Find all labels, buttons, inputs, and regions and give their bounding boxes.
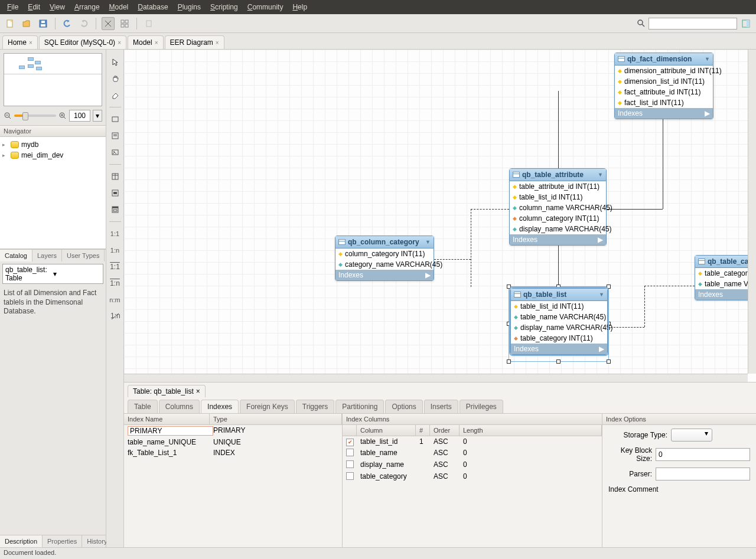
checkbox-icon[interactable] <box>346 449 354 456</box>
tab-layers[interactable]: Layers <box>32 250 62 261</box>
entity-qb-table-list[interactable]: qb_table_list▼ ◆table_list_id INT(11) ◆t… <box>510 288 608 355</box>
entity-qb-fact-dimension[interactable]: qb_fact_dimension▼ ◆dimension_attribute_… <box>614 53 713 119</box>
menu-arrange[interactable]: Arrange <box>70 3 105 11</box>
subtab-privileges[interactable]: Privileges <box>460 400 503 413</box>
tab-model[interactable]: Model× <box>128 35 164 49</box>
grid-icon[interactable] <box>118 17 131 30</box>
subtab-inserts[interactable]: Inserts <box>424 400 458 413</box>
zoom-dropdown-icon[interactable]: ▾ <box>93 110 102 122</box>
navigator-preview[interactable] <box>4 53 102 106</box>
note-tool-icon[interactable] <box>109 129 122 142</box>
index-column-row[interactable]: table_categoryASC0 <box>343 471 602 483</box>
hand-tool-icon[interactable] <box>109 72 122 85</box>
checkbox-icon[interactable] <box>346 472 354 480</box>
table-icon <box>338 239 346 245</box>
subtab-indexes[interactable]: Indexes <box>201 400 239 413</box>
entity-qb-column-category[interactable]: qb_column_category▼ ◆column_category INT… <box>335 236 434 281</box>
entity-qb-table-category[interactable]: qb_table_category▼ ◆table_category INT(1… <box>695 255 756 300</box>
rel-1-1-icon[interactable]: 1:1 <box>109 227 122 240</box>
index-column-row[interactable]: table_nameASC0 <box>343 447 602 459</box>
zoom-input[interactable] <box>69 110 90 122</box>
subtab-partitioning[interactable]: Partitioning <box>335 400 384 413</box>
menu-view[interactable]: View <box>45 3 70 11</box>
rel-1-n-id-icon[interactable]: 1:n <box>109 277 122 290</box>
save-icon[interactable] <box>37 17 50 30</box>
index-row[interactable]: fk_Table_List_1INDEX <box>124 447 342 458</box>
close-icon[interactable]: × <box>196 387 200 395</box>
menu-file[interactable]: File <box>2 3 23 11</box>
page-icon[interactable] <box>142 17 155 30</box>
subtab-table[interactable]: Table <box>128 400 158 413</box>
tree-item-mydb[interactable]: ▸mydb <box>2 139 103 150</box>
close-icon[interactable]: × <box>29 40 32 46</box>
pointer-tool-icon[interactable] <box>109 55 122 68</box>
grid-align-icon[interactable] <box>102 17 115 30</box>
vertical-scrollbar[interactable] <box>748 50 756 374</box>
subtab-foreign-keys[interactable]: Foreign Keys <box>240 400 295 413</box>
rel-n-m-icon[interactable]: n:m <box>109 293 122 306</box>
parser-input[interactable] <box>656 468 750 480</box>
menu-edit[interactable]: Edit <box>23 3 45 11</box>
zoom-out-icon[interactable] <box>4 112 12 120</box>
new-file-icon[interactable] <box>4 17 17 30</box>
tab-description[interactable]: Description <box>0 535 43 547</box>
tab-sql-editor[interactable]: SQL Editor (MySQL-0)× <box>39 35 126 49</box>
key-block-size-input[interactable] <box>656 448 750 461</box>
close-icon[interactable]: × <box>155 40 158 46</box>
table-tool-icon[interactable] <box>109 170 122 183</box>
col-header-type[interactable]: Type <box>210 414 342 425</box>
col-header-order[interactable]: Order <box>430 425 460 436</box>
storage-type-select[interactable]: ▾ <box>671 429 712 442</box>
index-column-row[interactable]: ✔table_list_id1ASC0 <box>343 436 602 447</box>
routine-tool-icon[interactable] <box>109 203 122 216</box>
index-row[interactable]: table_name_UNIQUEUNIQUE <box>124 437 342 447</box>
zoom-in-icon[interactable] <box>58 112 67 120</box>
menu-help[interactable]: Help <box>288 3 312 11</box>
menu-scripting[interactable]: Scripting <box>206 3 243 11</box>
menu-model[interactable]: Model <box>105 3 133 11</box>
zoom-slider[interactable] <box>14 115 56 117</box>
open-file-icon[interactable] <box>20 17 33 30</box>
rel-1-1-id-icon[interactable]: 1:1 <box>109 260 122 273</box>
subtab-options[interactable]: Options <box>385 400 422 413</box>
index-row[interactable]: PRIMARYPRIMARY <box>124 425 342 437</box>
image-tool-icon[interactable] <box>109 146 122 159</box>
col-header-num[interactable]: # <box>416 425 430 436</box>
rel-1-n-icon[interactable]: 1:n <box>109 244 122 257</box>
eraser-tool-icon[interactable] <box>109 89 122 102</box>
tab-catalog[interactable]: Catalog <box>0 250 32 261</box>
tab-user-types[interactable]: User Types <box>62 250 105 261</box>
close-icon[interactable]: × <box>216 40 219 46</box>
tab-eer-diagram[interactable]: EER Diagram× <box>165 35 224 49</box>
catalog-tree[interactable]: ▸mydb ▸mei_dim_dev <box>0 137 106 249</box>
rel-existing-icon[interactable]: 1:n <box>109 310 122 323</box>
col-header-length[interactable]: Length <box>460 425 602 436</box>
checkbox-icon[interactable] <box>346 460 354 468</box>
checkbox-icon[interactable]: ✔ <box>346 439 354 446</box>
index-column-row[interactable]: display_nameASC0 <box>343 459 602 471</box>
menu-plugins[interactable]: Plugins <box>173 3 206 11</box>
subtab-triggers[interactable]: Triggers <box>296 400 335 413</box>
col-header-check[interactable] <box>343 425 357 436</box>
col-header-index-name[interactable]: Index Name <box>124 414 210 425</box>
layer-tool-icon[interactable] <box>109 113 122 126</box>
undo-icon[interactable] <box>61 17 74 30</box>
tab-properties[interactable]: Properties <box>43 535 82 547</box>
close-icon[interactable]: × <box>118 40 121 46</box>
search-input[interactable] <box>649 18 737 30</box>
bottom-tab-table[interactable]: Table: qb_table_list× <box>128 385 206 397</box>
tree-item-mei-dim-dev[interactable]: ▸mei_dim_dev <box>2 150 103 161</box>
view-tool-icon[interactable] <box>109 187 122 200</box>
menu-community[interactable]: Community <box>243 3 288 11</box>
subtab-columns[interactable]: Columns <box>159 400 200 413</box>
sidebar-toggle-icon[interactable] <box>739 17 752 30</box>
horizontal-scrollbar[interactable] <box>124 374 748 382</box>
object-select[interactable]: qb_table_list: Table▾ <box>2 264 103 284</box>
entity-qb-table-attribute[interactable]: qb_table_attribute▼ ◆table_attribute_id … <box>509 168 607 246</box>
menu-database[interactable]: Database <box>133 3 172 11</box>
col-header-column[interactable]: Column <box>357 425 416 436</box>
diagram-canvas[interactable]: qb_fact_dimension▼ ◆dimension_attribute_… <box>124 50 756 382</box>
svg-rect-8 <box>121 24 124 27</box>
redo-icon[interactable] <box>77 17 90 30</box>
tab-home[interactable]: Home× <box>2 35 38 49</box>
